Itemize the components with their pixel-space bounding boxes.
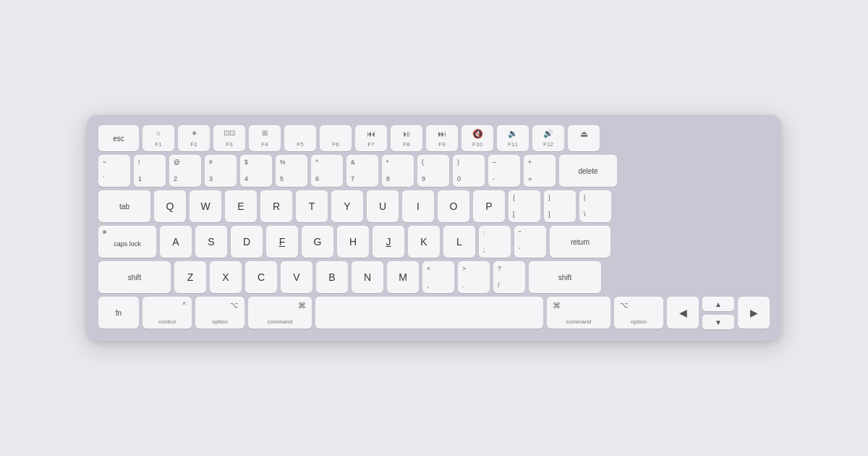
key-z[interactable]: Z [174,261,206,293]
key-arrow-down[interactable]: ▼ [702,315,734,329]
key-f2[interactable]: ✶F2 [178,125,210,151]
mid-alpha-row: caps lock A S D F G H J K L :; "' return [98,226,770,258]
key-command-right[interactable]: ⌘ command [547,297,610,329]
key-space[interactable] [315,297,543,329]
key-9[interactable]: (9 [417,155,449,187]
key-0[interactable]: )0 [453,155,485,187]
key-1[interactable]: !1 [134,155,166,187]
key-f9[interactable]: ⏭F9 [426,125,458,151]
key-f5[interactable]: F5 [284,125,316,151]
key-h[interactable]: H [337,226,369,258]
key-delete[interactable]: delete [559,155,617,187]
key-option-left[interactable]: ⌥ option [195,297,244,329]
key-arrow-up[interactable]: ▲ [702,297,734,311]
key-esc[interactable]: esc [98,125,139,151]
key-f12[interactable]: 🔊F12 [532,125,564,151]
key-semicolon[interactable]: :; [479,226,511,258]
key-f10[interactable]: 🔇F10 [461,125,493,151]
key-shift-left[interactable]: shift [98,261,171,293]
key-x[interactable]: X [210,261,242,293]
key-7[interactable]: &7 [346,155,378,187]
key-n[interactable]: N [352,261,383,293]
key-4[interactable]: $4 [240,155,272,187]
key-shift-right[interactable]: shift [529,261,601,293]
key-c[interactable]: C [245,261,277,293]
key-slash[interactable]: ?/ [493,261,525,293]
key-f8[interactable]: ⏯F8 [391,125,422,151]
key-s[interactable]: S [195,226,227,258]
key-j[interactable]: J [373,226,404,258]
key-p[interactable]: P [473,190,505,222]
key-period[interactable]: >. [458,261,490,293]
key-5[interactable]: %5 [276,155,307,187]
key-comma[interactable]: <, [422,261,454,293]
key-t[interactable]: T [296,190,328,222]
key-m[interactable]: M [387,261,419,293]
key-g[interactable]: G [302,226,333,258]
key-f3[interactable]: ⊡⊡F3 [213,125,245,151]
key-equal[interactable]: += [524,155,556,187]
bot-alpha-row: shift Z X C V B N M <, >. ?/ shift [98,261,770,293]
key-w[interactable]: W [190,190,221,222]
key-control[interactable]: ^ control [142,297,192,329]
top-alpha-row: tab Q W E R T Y U I O P {[ }] |\ [98,190,770,222]
key-y[interactable]: Y [331,190,363,222]
key-backslash[interactable]: |\ [579,190,611,222]
key-a[interactable]: A [160,226,192,258]
key-2[interactable]: @2 [169,155,201,187]
key-e[interactable]: E [225,190,257,222]
key-f7[interactable]: ⏮F7 [355,125,387,151]
key-f11[interactable]: 🔉F11 [497,125,529,151]
fn-row: esc ☼F1 ✶F2 ⊡⊡F3 ⊞F4 F5 F6 ⏮F7 ⏯F8 ⏭F9 🔇… [98,125,770,151]
key-l[interactable]: L [443,226,475,258]
key-tab[interactable]: tab [98,190,150,222]
key-o[interactable]: O [438,190,469,222]
arrow-updown-group: ▲ ▼ [702,297,734,329]
key-backtick[interactable]: ~` [98,155,130,187]
key-k[interactable]: K [408,226,440,258]
key-6[interactable]: ^6 [311,155,343,187]
key-3[interactable]: #3 [205,155,237,187]
key-rbracket[interactable]: }] [544,190,576,222]
key-f1[interactable]: ☼F1 [142,125,174,151]
key-d[interactable]: D [231,226,263,258]
key-capslock[interactable]: caps lock [98,226,156,258]
key-return[interactable]: return [550,226,610,258]
key-option-right[interactable]: ⌥ option [614,297,663,329]
key-f[interactable]: F [266,226,298,258]
number-row: ~` !1 @2 #3 $4 %5 ^6 &7 *8 (9 )0 –- += d… [98,155,770,187]
key-i[interactable]: I [402,190,434,222]
key-v[interactable]: V [281,261,312,293]
key-f6[interactable]: F6 [320,125,352,151]
key-f4[interactable]: ⊞F4 [249,125,281,151]
key-minus[interactable]: –- [488,155,520,187]
key-quote[interactable]: "' [514,226,546,258]
modifier-row: fn ^ control ⌥ option ⌘ command ⌘ comman… [98,297,770,329]
key-command-left[interactable]: ⌘ command [248,297,312,329]
key-b[interactable]: B [316,261,348,293]
key-arrow-left[interactable]: ◀ [667,297,699,329]
key-eject[interactable]: ⏏ [568,125,600,151]
key-8[interactable]: *8 [382,155,414,187]
key-fn[interactable]: fn [98,297,139,329]
key-u[interactable]: U [367,190,399,222]
keyboard: esc ☼F1 ✶F2 ⊡⊡F3 ⊞F4 F5 F6 ⏮F7 ⏯F8 ⏭F9 🔇… [87,115,781,341]
key-lbracket[interactable]: {[ [509,190,540,222]
key-arrow-right[interactable]: ▶ [738,297,770,329]
key-r[interactable]: R [260,190,292,222]
key-q[interactable]: Q [154,190,186,222]
